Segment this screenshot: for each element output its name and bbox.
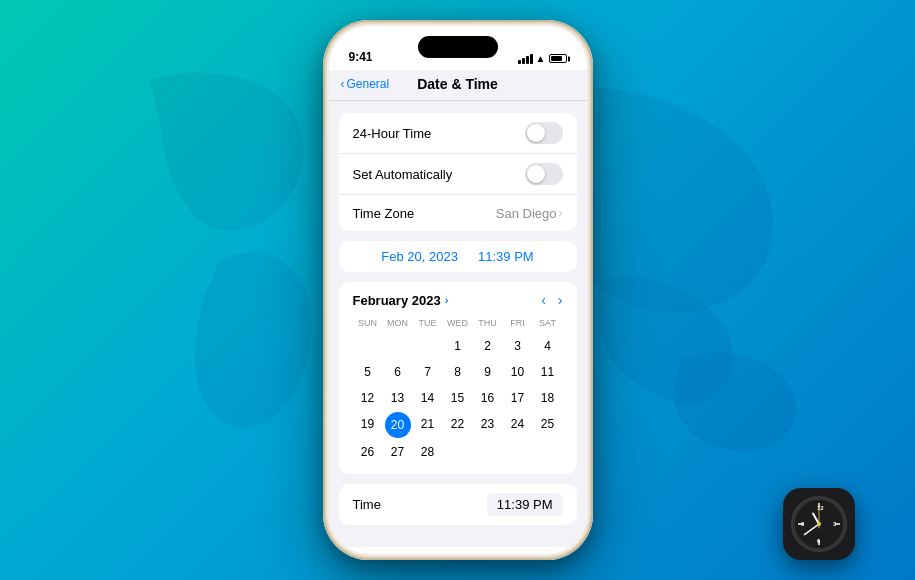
- status-time: 9:41: [349, 50, 373, 64]
- cal-day-4[interactable]: 4: [534, 334, 562, 358]
- screen-content: 24-Hour Time Set Automatically Time Zone…: [329, 101, 587, 547]
- cal-day-21[interactable]: 21: [414, 412, 442, 436]
- next-month-button[interactable]: ›: [558, 292, 563, 308]
- date-display-row: Feb 20, 2023 11:39 PM: [339, 241, 577, 272]
- top-settings-section: 24-Hour Time Set Automatically Time Zone…: [339, 113, 577, 231]
- set-automatically-label: Set Automatically: [353, 167, 453, 182]
- timezone-chevron: ›: [559, 206, 563, 220]
- 24-hour-time-row: 24-Hour Time: [339, 113, 577, 154]
- cal-day-1[interactable]: 1: [444, 334, 472, 358]
- cal-day-25[interactable]: 25: [534, 412, 562, 436]
- current-time[interactable]: 11:39 PM: [478, 249, 534, 264]
- cal-day-27[interactable]: 27: [384, 440, 412, 464]
- time-label: Time: [353, 497, 381, 512]
- calendar-month-label: February 2023 ›: [353, 293, 449, 308]
- cal-day-5[interactable]: 5: [354, 360, 382, 384]
- time-section: Time 11:39 PM: [339, 484, 577, 525]
- page-title: Date & Time: [417, 76, 498, 92]
- cal-day-20-selected[interactable]: 20: [385, 412, 411, 438]
- status-icons: ▲: [518, 53, 567, 64]
- dow-thu: THU: [473, 316, 503, 330]
- dow-sat: SAT: [533, 316, 563, 330]
- timezone-value: San Diego ›: [496, 206, 563, 221]
- time-row: Time 11:39 PM: [339, 484, 577, 525]
- dow-tue: TUE: [413, 316, 443, 330]
- set-automatically-toggle[interactable]: [525, 163, 563, 185]
- cal-day-13[interactable]: 13: [384, 386, 412, 410]
- cal-day-23[interactable]: 23: [474, 412, 502, 436]
- current-date[interactable]: Feb 20, 2023: [381, 249, 458, 264]
- day-of-week-row: SUN MON TUE WED THU FRI SAT: [353, 316, 563, 330]
- month-expand-icon[interactable]: ›: [445, 294, 449, 306]
- cal-day-12[interactable]: 12: [354, 386, 382, 410]
- chevron-left-icon: ‹: [341, 77, 345, 91]
- date-display-section: Feb 20, 2023 11:39 PM: [339, 241, 577, 272]
- calendar-section: February 2023 › ‹ › SUN MON TUE WED THU …: [339, 282, 577, 474]
- cal-day-6[interactable]: 6: [384, 360, 412, 384]
- phone-screen: 9:41 ▲ ‹ General Date & Time: [329, 26, 587, 554]
- back-button[interactable]: ‹ General: [341, 77, 390, 91]
- cal-day-18[interactable]: 18: [534, 386, 562, 410]
- dow-sun: SUN: [353, 316, 383, 330]
- phone-shell: 9:41 ▲ ‹ General Date & Time: [323, 20, 593, 560]
- prev-month-button[interactable]: ‹: [541, 292, 546, 308]
- cal-day-10[interactable]: 10: [504, 360, 532, 384]
- clock-svg: 12 3 6 9: [793, 498, 845, 550]
- calendar-grid: 1 2 3 4 5 6 7 8 9 10 11 12 13 14 15 16 1: [353, 334, 563, 464]
- timezone-label: Time Zone: [353, 206, 415, 221]
- cal-day-3[interactable]: 3: [504, 334, 532, 358]
- signal-icon: [518, 54, 533, 64]
- svg-point-12: [817, 522, 821, 526]
- cal-day-7[interactable]: 7: [414, 360, 442, 384]
- navigation-bar: ‹ General Date & Time: [329, 70, 587, 101]
- cal-day-26[interactable]: 26: [354, 440, 382, 464]
- cal-day-15[interactable]: 15: [444, 386, 472, 410]
- clock-widget: 12 3 6 9: [783, 488, 855, 560]
- 24-hour-time-label: 24-Hour Time: [353, 126, 432, 141]
- 24-hour-time-toggle[interactable]: [525, 122, 563, 144]
- time-value[interactable]: 11:39 PM: [487, 493, 563, 516]
- cal-day-22[interactable]: 22: [444, 412, 472, 436]
- cal-day-17[interactable]: 17: [504, 386, 532, 410]
- battery-icon: [549, 54, 567, 63]
- cal-day-11[interactable]: 11: [534, 360, 562, 384]
- calendar-nav: ‹ ›: [541, 292, 562, 308]
- dow-fri: FRI: [503, 316, 533, 330]
- timezone-row[interactable]: Time Zone San Diego ›: [339, 195, 577, 231]
- cal-day-24[interactable]: 24: [504, 412, 532, 436]
- calendar-header: February 2023 › ‹ ›: [353, 292, 563, 308]
- clock-face: 12 3 6 9: [791, 496, 847, 552]
- back-label: General: [347, 77, 390, 91]
- cal-day-2[interactable]: 2: [474, 334, 502, 358]
- cal-day-16[interactable]: 16: [474, 386, 502, 410]
- cal-day-28[interactable]: 28: [414, 440, 442, 464]
- set-automatically-row: Set Automatically: [339, 154, 577, 195]
- svg-text:12: 12: [817, 505, 824, 511]
- wifi-icon: ▲: [536, 53, 546, 64]
- cal-day-14[interactable]: 14: [414, 386, 442, 410]
- cal-day-19[interactable]: 19: [354, 412, 382, 436]
- dow-mon: MON: [383, 316, 413, 330]
- cal-day-9[interactable]: 9: [474, 360, 502, 384]
- dynamic-island: [418, 36, 498, 58]
- cal-day-8[interactable]: 8: [444, 360, 472, 384]
- dow-wed: WED: [443, 316, 473, 330]
